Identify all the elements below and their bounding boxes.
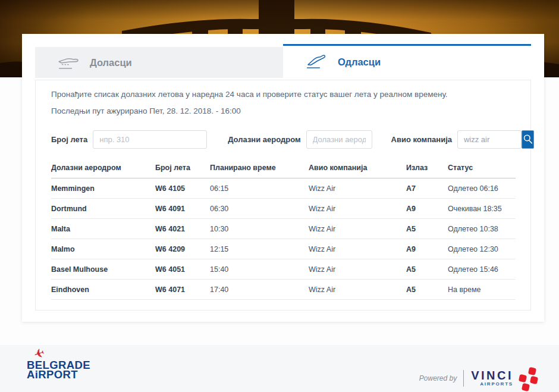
cell-status: Одлетео 15:46 — [448, 259, 516, 280]
arrival-airport-input[interactable] — [306, 130, 372, 149]
cell-status: Одлетео 10:38 — [448, 219, 516, 239]
cell-airport: Malta — [51, 219, 155, 239]
airline-input[interactable] — [457, 130, 522, 149]
table-row: Basel MulhouseW6 405115:40Wizz AirA5Одле… — [51, 259, 516, 280]
cell-airline: Wizz Air — [309, 280, 406, 300]
powered-by-block: Powered by VINCI AIRPORTS — [419, 366, 539, 390]
cell-gate: A7 — [406, 178, 448, 199]
flight-info-card: Доласци Одласци Пронађите списак долазни… — [22, 34, 544, 322]
cell-airline: Wizz Air — [309, 178, 406, 199]
header-flight-number: Број лета — [155, 160, 210, 178]
cell-gate: A5 — [406, 219, 448, 239]
flight-number-label: Број лета — [51, 135, 87, 144]
tab-bar: Доласци Одласци — [35, 44, 531, 78]
table-row: DortmundW6 409106:30Wizz AirA9Очекиван 1… — [51, 199, 516, 219]
cell-status: На време — [448, 280, 516, 300]
arrival-airport-label: Долазни аеродром — [228, 135, 300, 144]
table-row: MalmoW6 420912:15Wizz AirA9Одлетео 12:30 — [51, 239, 516, 259]
cell-gate: A5 — [406, 280, 448, 300]
cell-airline: Wizz Air — [309, 219, 406, 239]
cell-flight-number: W6 4105 — [155, 178, 210, 199]
cell-airport: Malmo — [51, 239, 155, 259]
cell-airline: Wizz Air — [309, 239, 406, 259]
vinci-airports-logo[interactable]: VINCI AIRPORTS — [471, 370, 513, 387]
cell-status: Очекиван 18:35 — [448, 199, 516, 219]
header-status: Статус — [448, 160, 516, 178]
search-icon — [522, 133, 533, 146]
cell-flight-number: W6 4091 — [155, 199, 210, 219]
cell-gate: A9 — [406, 199, 448, 219]
vinci-logo-mark — [518, 366, 539, 390]
search-button[interactable] — [522, 130, 534, 149]
cell-flight-number: W6 4021 — [155, 219, 210, 239]
flights-table-body: MemmingenW6 410506:15Wizz AirA7Одлетео 0… — [51, 178, 516, 300]
plane-takeoff-icon — [306, 54, 327, 70]
cell-airline: Wizz Air — [309, 199, 406, 219]
cell-status: Одлетео 06:16 — [448, 178, 516, 199]
table-row: MemmingenW6 410506:15Wizz AirA7Одлетео 0… — [51, 178, 516, 199]
tab-departures[interactable]: Одласци — [283, 44, 531, 78]
table-row: MaltaW6 402110:30Wizz AirA5Одлетео 10:38 — [51, 219, 516, 239]
cell-scheduled-time: 15:40 — [210, 259, 309, 280]
airline-label: Авио компанија — [391, 135, 452, 144]
divider — [463, 370, 464, 387]
cell-scheduled-time: 06:15 — [210, 178, 309, 199]
cell-gate: A5 — [406, 259, 448, 280]
cell-airport: Eindhoven — [51, 280, 155, 300]
cell-airport: Memmingen — [51, 178, 155, 199]
cell-airline: Wizz Air — [309, 259, 406, 280]
cell-status: Одлетео 12:30 — [448, 239, 516, 259]
tab-arrivals-label: Доласци — [90, 57, 132, 68]
header-scheduled-time: Планирано време — [210, 160, 309, 178]
powered-by-label: Powered by — [419, 374, 457, 382]
cell-flight-number: W6 4071 — [155, 280, 210, 300]
departures-page: ✈ BELGRADE AiRPORT Powered by VINCI AIRP… — [0, 0, 559, 392]
plane-landing-icon — [58, 55, 79, 70]
cell-airport: Basel Mulhouse — [51, 259, 155, 280]
header-arrival-airport: Долазни аеродром — [51, 160, 155, 178]
cell-scheduled-time: 10:30 — [210, 219, 309, 239]
belgrade-logo-line2: AiRPORT — [27, 370, 90, 380]
flights-table: Долазни аеродром Број лета Планирано вре… — [51, 160, 516, 300]
flights-panel: Пронађите списак долазних летова у наред… — [35, 80, 531, 311]
table-header-row: Долазни аеродром Број лета Планирано вре… — [51, 160, 516, 178]
cell-flight-number: W6 4051 — [155, 259, 210, 280]
footer: ✈ BELGRADE AiRPORT Powered by VINCI AIRP… — [0, 345, 559, 392]
tab-departures-label: Одласци — [338, 57, 381, 68]
header-airline: Авио компанија — [309, 160, 406, 178]
cell-airport: Dortmund — [51, 199, 155, 219]
header-gate: Излаз — [406, 160, 448, 178]
table-row: EindhovenW6 407117:40Wizz AirA5На време — [51, 280, 516, 300]
cell-flight-number: W6 4209 — [155, 239, 210, 259]
belgrade-airport-logo[interactable]: ✈ BELGRADE AiRPORT — [27, 349, 90, 380]
cell-gate: A9 — [406, 239, 448, 259]
flight-search-form: Број лета Долазни аеродром Авио компаниј… — [51, 130, 515, 149]
tab-arrivals[interactable]: Доласци — [35, 47, 283, 78]
vinci-logo-text: VINCI — [471, 370, 513, 381]
vinci-airports-text: AIRPORTS — [471, 381, 513, 387]
intro-text: Пронађите списак долазних летова у наред… — [51, 89, 515, 100]
flight-number-input[interactable] — [93, 130, 207, 149]
cell-scheduled-time: 17:40 — [210, 280, 309, 300]
cell-scheduled-time: 06:30 — [210, 199, 309, 219]
cell-scheduled-time: 12:15 — [210, 239, 309, 259]
last-updated-text: Последњи пут ажурирано Пет, 28. 12. 2018… — [51, 106, 515, 117]
